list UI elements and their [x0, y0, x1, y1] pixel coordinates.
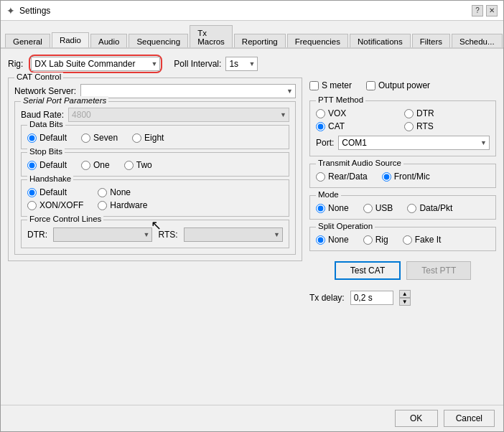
- tab-schedule[interactable]: Schedu...: [452, 34, 503, 49]
- title-bar-left: ✦ Settings: [6, 5, 50, 17]
- stop-bits-default[interactable]: Default: [27, 160, 67, 170]
- port-label: Port:: [316, 138, 334, 148]
- tab-filters[interactable]: Filters: [412, 34, 450, 49]
- tx-delay-row: Tx delay: ▲ ▼: [309, 290, 496, 306]
- tab-audio[interactable]: Audio: [90, 34, 127, 49]
- handshake-group: Handshake Default XON/XOFF: [21, 179, 289, 217]
- stop-bits-one[interactable]: One: [81, 160, 110, 170]
- help-button[interactable]: ?: [472, 5, 483, 17]
- poll-row: Poll Interval: 0.5s 1s 2s 5s ▼: [174, 57, 258, 71]
- cancel-button[interactable]: Cancel: [444, 410, 495, 427]
- network-input[interactable]: [80, 84, 296, 98]
- tab-frequencies[interactable]: Frequencies: [287, 34, 348, 49]
- cat-control-title: CAT Control: [14, 72, 63, 81]
- output-power-check[interactable]: Output power: [366, 80, 430, 90]
- data-bits-eight[interactable]: Eight: [132, 133, 164, 143]
- split-title: Split Operation: [316, 222, 375, 230]
- tx-delay-label: Tx delay:: [309, 293, 345, 303]
- stop-bits-two[interactable]: Two: [124, 160, 152, 170]
- transmit-rear[interactable]: Rear/Data: [316, 172, 368, 182]
- poll-select[interactable]: 0.5s 1s 2s 5s: [225, 57, 258, 71]
- mode-row: None USB Data/Pkt: [316, 203, 490, 213]
- title-bar: ✦ Settings ? ✕: [1, 1, 503, 21]
- data-bits-group: Data Bits Default Seven: [21, 125, 289, 149]
- rts-select[interactable]: [184, 227, 283, 242]
- s-meter-check[interactable]: S meter: [309, 80, 352, 90]
- stop-bits-title: Stop Bits: [27, 147, 65, 156]
- tab-tx-macros[interactable]: Tx Macros: [190, 25, 233, 49]
- tab-radio[interactable]: Radio: [52, 32, 89, 49]
- ptt-cat[interactable]: CAT: [316, 121, 401, 131]
- spinner-down[interactable]: ▼: [399, 298, 411, 306]
- bottom-bar: OK Cancel: [1, 405, 503, 431]
- baud-select[interactable]: 4800: [68, 108, 289, 122]
- test-ptt-button[interactable]: Test PTT: [406, 261, 471, 280]
- right-top-check: S meter Output power: [309, 78, 496, 93]
- mode-none[interactable]: None: [316, 203, 349, 213]
- tab-general[interactable]: General: [5, 34, 50, 49]
- data-bits-title: Data Bits: [27, 120, 65, 128]
- serial-port-group: Serial Port Parameters Baud Rate: 4800 ▼: [14, 101, 296, 255]
- rts-label: RTS:: [158, 230, 177, 240]
- ptt-vox[interactable]: VOX: [316, 108, 401, 118]
- test-buttons-row: Test CAT Test PTT: [309, 261, 496, 280]
- rig-select[interactable]: DX Lab Suite Commander None Hamlib NET r…: [31, 57, 160, 71]
- force-control-group: Force Control Lines DTR: ▼ RTS:: [21, 220, 289, 248]
- port-select[interactable]: COM1 COM2 COM3: [338, 136, 490, 150]
- transmit-front[interactable]: Front/Mic: [382, 172, 430, 182]
- main-columns: CAT Control Network Server: ▼ Ser: [8, 78, 496, 399]
- right-panel: S meter Output power PTT Method VOX: [309, 78, 496, 399]
- mode-title: Mode: [316, 190, 341, 199]
- mode-usb[interactable]: USB: [363, 203, 393, 213]
- split-operation-group: Split Operation None Rig Fake It: [309, 227, 496, 251]
- content-area: Rig: DX Lab Suite Commander None Hamlib …: [1, 49, 503, 405]
- title-bar-buttons: ? ✕: [472, 5, 498, 17]
- baud-rate-label: Baud Rate:: [21, 110, 64, 120]
- handshake-row: Default XON/XOFF: [27, 187, 283, 210]
- poll-label: Poll Interval:: [174, 59, 221, 69]
- tab-notifications[interactable]: Notifications: [350, 34, 411, 49]
- spinner-up[interactable]: ▲: [399, 290, 411, 298]
- data-bits-default[interactable]: Default: [27, 133, 67, 143]
- cat-control-group: CAT Control Network Server: ▼ Ser: [8, 78, 302, 261]
- split-row: None Rig Fake It: [316, 235, 490, 245]
- tabs-row: General Radio Audio Sequencing Tx Macros…: [1, 21, 503, 49]
- tab-reporting[interactable]: Reporting: [234, 34, 286, 49]
- handshake-xon[interactable]: XON/XOFF: [27, 200, 83, 210]
- dtr-label: DTR:: [27, 230, 47, 240]
- ptt-dtr[interactable]: DTR: [404, 108, 490, 118]
- test-cat-button[interactable]: Test CAT: [335, 261, 401, 280]
- window-title: Settings: [19, 6, 50, 16]
- force-control-row: DTR: ▼ RTS:: [27, 227, 283, 242]
- settings-icon: ✦: [6, 5, 15, 17]
- ptt-method-group: PTT Method VOX DTR CAT: [309, 100, 496, 156]
- rig-row: Rig: DX Lab Suite Commander None Hamlib …: [8, 55, 496, 73]
- dtr-select[interactable]: [53, 227, 152, 242]
- transmit-audio-title: Transmit Audio Source: [316, 159, 403, 167]
- handshake-hardware[interactable]: Hardware: [98, 200, 147, 210]
- mode-datapkt[interactable]: Data/Pkt: [407, 203, 452, 213]
- settings-window: ✦ Settings ? ✕ General Radio Audio Seque…: [0, 0, 504, 432]
- data-bits-row: Default Seven Eight: [27, 133, 283, 143]
- handshake-none[interactable]: None: [98, 187, 147, 197]
- close-button[interactable]: ✕: [486, 5, 498, 17]
- ok-button[interactable]: OK: [395, 410, 438, 427]
- network-label: Network Server:: [14, 86, 76, 96]
- handshake-default[interactable]: Default: [27, 187, 83, 197]
- tx-delay-input[interactable]: [350, 291, 393, 305]
- serial-port-title: Serial Port Parameters: [21, 96, 108, 105]
- transmit-audio-group: Transmit Audio Source Rear/Data Front/Mi…: [309, 164, 496, 188]
- split-rig[interactable]: Rig: [363, 235, 388, 245]
- transmit-audio-row: Rear/Data Front/Mic: [316, 172, 490, 182]
- data-bits-seven[interactable]: Seven: [81, 133, 118, 143]
- split-fake-it[interactable]: Fake It: [403, 235, 442, 245]
- split-none[interactable]: None: [316, 235, 349, 245]
- left-panel: CAT Control Network Server: ▼ Ser: [8, 78, 302, 399]
- stop-bits-row: Default One Two: [27, 160, 283, 170]
- tab-sequencing[interactable]: Sequencing: [129, 34, 188, 49]
- mode-group: Mode None USB Data/Pkt: [309, 195, 496, 220]
- handshake-title: Handshake: [27, 174, 73, 183]
- ptt-rts[interactable]: RTS: [404, 121, 490, 131]
- ptt-method-title: PTT Method: [316, 95, 365, 104]
- rig-label: Rig:: [8, 59, 23, 69]
